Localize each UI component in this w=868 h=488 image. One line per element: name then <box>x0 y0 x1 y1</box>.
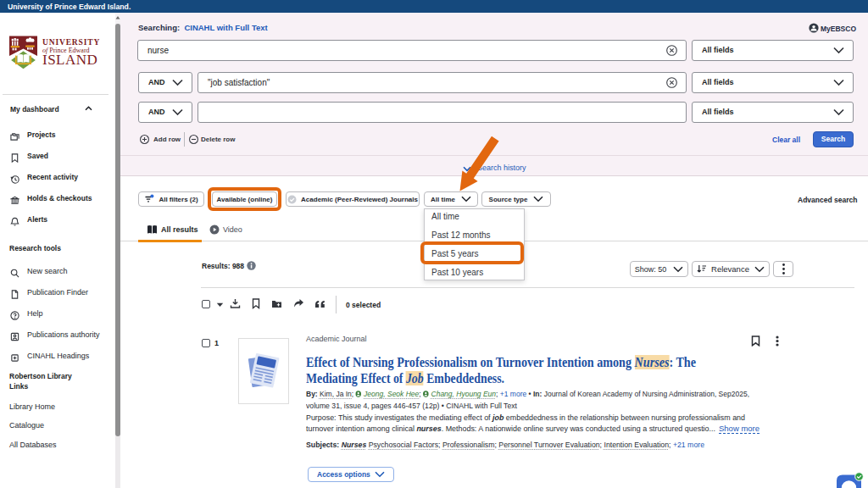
svg-text:ISLAND: ISLAND <box>42 52 97 68</box>
svg-text:UNIVERSITY: UNIVERSITY <box>42 38 100 47</box>
